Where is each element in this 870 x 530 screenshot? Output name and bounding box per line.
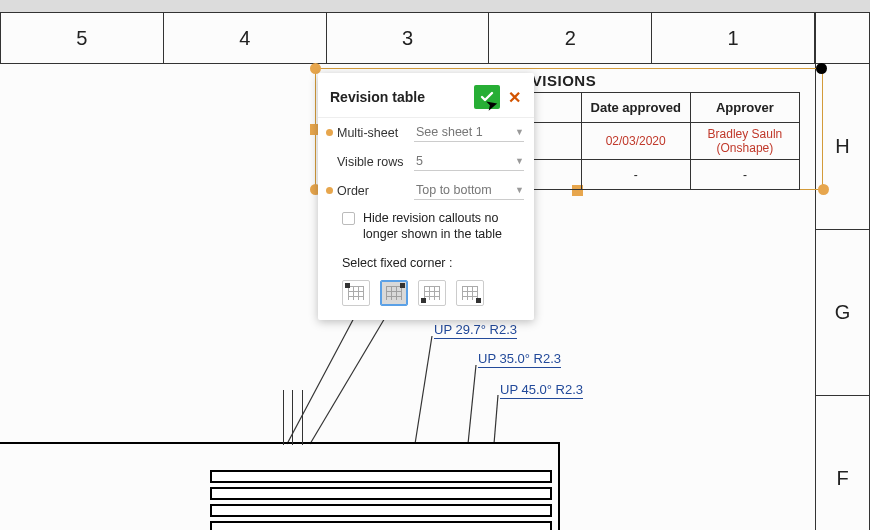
- col-header: 3: [326, 12, 489, 64]
- row-corner: [815, 12, 870, 64]
- corner-bottom-right[interactable]: [456, 280, 484, 306]
- chevron-down-icon: ▼: [515, 185, 524, 195]
- col-header: 5: [0, 12, 163, 64]
- annotation[interactable]: UP 35.0° R2.3: [478, 351, 561, 368]
- chevron-down-icon: ▼: [515, 127, 524, 137]
- rev-col-date: Date approved: [581, 93, 690, 123]
- corner-bottom-left[interactable]: [418, 280, 446, 306]
- hide-callouts-checkbox[interactable]: [342, 212, 355, 225]
- svg-line-2: [415, 336, 432, 444]
- resize-handle-ne[interactable]: [816, 63, 827, 74]
- svg-line-1: [310, 301, 395, 444]
- col-header: 1: [651, 12, 815, 64]
- svg-line-4: [494, 395, 498, 444]
- annotation[interactable]: UP 29.7° R2.3: [434, 322, 517, 339]
- multi-sheet-label: Multi-sheet: [337, 126, 398, 140]
- row-headers: H G F: [815, 12, 870, 530]
- row-header: H: [815, 64, 870, 230]
- rev-approver: Bradley Sauln (Onshape): [690, 123, 799, 160]
- hide-callouts-label: Hide revision callouts no longer shown i…: [363, 211, 524, 242]
- column-headers: 5 4 3 2 1: [0, 12, 815, 64]
- corner-top-right[interactable]: [380, 280, 408, 306]
- fixed-corner-label: Select fixed corner :: [318, 246, 534, 276]
- part-view: [0, 442, 570, 530]
- rev-approver: -: [690, 160, 799, 190]
- property-dot: [326, 187, 333, 194]
- rev-date: 02/03/2020: [581, 123, 690, 160]
- property-dot: [326, 129, 333, 136]
- corner-top-left[interactable]: [342, 280, 370, 306]
- resize-handle-se[interactable]: [818, 184, 829, 195]
- multi-sheet-select[interactable]: See sheet 1 ▼: [414, 123, 524, 142]
- col-header: 4: [163, 12, 326, 64]
- svg-line-3: [468, 365, 476, 444]
- rev-col-approver: Approver: [690, 93, 799, 123]
- visible-rows-label: Visible rows: [337, 155, 403, 169]
- svg-line-0: [287, 301, 363, 444]
- annotation[interactable]: UP 45.0° R2.3: [500, 382, 583, 399]
- visible-rows-select[interactable]: 5 ▼: [414, 152, 524, 171]
- chevron-down-icon: ▼: [515, 156, 524, 166]
- cancel-button[interactable]: ✕: [504, 87, 524, 107]
- col-header: 2: [488, 12, 651, 64]
- popup-title: Revision table: [330, 89, 425, 105]
- row-header: G: [815, 230, 870, 396]
- row-header: F: [815, 396, 870, 530]
- order-select[interactable]: Top to bottom ▼: [414, 181, 524, 200]
- rev-date: -: [581, 160, 690, 190]
- order-label: Order: [337, 184, 369, 198]
- revision-table-properties-popup: Revision table ✕ Multi-sheet See sheet 1…: [318, 73, 534, 320]
